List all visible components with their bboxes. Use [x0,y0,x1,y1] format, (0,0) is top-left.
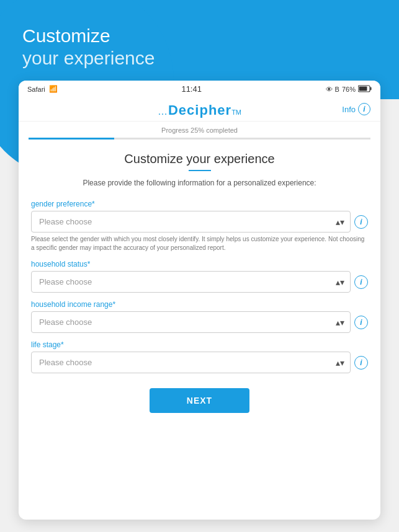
status-time: 11:41 [181,84,202,94]
field-label-household_status: household status* [31,260,368,268]
main-content: Customize your experience Please provide… [19,142,380,433]
select-wrapper-household_status: Please chooseSingleMarriedPartneredOther… [31,271,351,293]
select-life_stage[interactable]: Please chooseStudentYoung professionalPa… [31,352,351,373]
svg-rect-1 [370,87,371,90]
field-row-household_status: Please chooseSingleMarriedPartneredOther… [31,271,368,293]
field-row-household_income: Please chooseUnder $25,000$25,000–$49,99… [31,311,368,333]
logo-dots-icon: … [158,106,168,117]
field-group-household_income: household income range*Please chooseUnde… [31,300,368,333]
logo-tm: TM [231,109,241,116]
status-left: Safari 📶 [27,85,58,93]
device-frame: Safari 📶 11:41 👁 B 76% … Decipher TM Inf… [19,81,380,520]
info-label: Info [342,105,356,114]
bluetooth-icon: B [335,86,339,93]
field-hint-gender: Please select the gender with which you … [31,235,368,252]
field-row-gender: Please chooseMaleFemaleNon-binaryPrefer … [31,211,368,233]
field-group-life_stage: life stage*Please chooseStudentYoung pro… [31,340,368,373]
select-wrapper-gender: Please chooseMaleFemaleNon-binaryPrefer … [31,211,351,233]
field-row-life_stage: Please chooseStudentYoung professionalPa… [31,352,368,373]
progress-text: Progress 25% completed [29,126,370,134]
select-wrapper-household_income: Please chooseUnder $25,000$25,000–$49,99… [31,311,351,333]
wifi-icon: 📶 [49,85,58,93]
battery-percent: 76% [342,86,356,93]
field-label-household_income: household income range* [31,300,368,309]
progress-bar [29,138,370,140]
hero-title-sub: your experience [22,47,155,69]
logo: … Decipher TM [158,102,241,118]
select-wrapper-life_stage: Please chooseStudentYoung professionalPa… [31,352,351,373]
field-info-icon-household_income[interactable]: i [354,316,368,329]
select-household_status[interactable]: Please chooseSingleMarriedPartneredOther [31,271,351,293]
battery-icon [358,85,372,94]
logo-text: Decipher [168,102,231,118]
progress-section: Progress 25% completed [19,122,380,142]
hero-text: Customize your experience [22,25,155,69]
field-info-icon-life_stage[interactable]: i [354,356,368,370]
next-button-container: NEXT [31,388,368,423]
status-bar: Safari 📶 11:41 👁 B 76% [19,81,380,97]
app-header: … Decipher TM Info i [19,97,380,122]
title-underline [189,170,211,171]
field-group-household_status: household status*Please chooseSingleMarr… [31,260,368,293]
eye-icon: 👁 [326,86,333,93]
info-icon[interactable]: i [358,103,370,115]
status-right: 👁 B 76% [326,85,372,94]
safari-label: Safari [27,86,45,93]
hero-title-main: Customize [22,25,155,47]
progress-fill [29,138,114,140]
fields-container: gender preference*Please chooseMaleFemal… [31,200,368,373]
info-button[interactable]: Info i [342,103,370,115]
select-household_income[interactable]: Please chooseUnder $25,000$25,000–$49,99… [31,311,351,333]
page-description: Please provide the following information… [31,177,368,188]
svg-rect-2 [359,86,367,91]
field-label-life_stage: life stage* [31,340,368,349]
field-info-icon-household_status[interactable]: i [354,275,368,289]
next-button[interactable]: NEXT [150,388,249,413]
select-gender[interactable]: Please chooseMaleFemaleNon-binaryPrefer … [31,211,351,233]
field-group-gender: gender preference*Please chooseMaleFemal… [31,200,368,252]
progress-empty [114,138,370,140]
field-label-gender: gender preference* [31,200,368,208]
field-info-icon-gender[interactable]: i [354,215,368,229]
page-title: Customize your experience [31,152,368,166]
